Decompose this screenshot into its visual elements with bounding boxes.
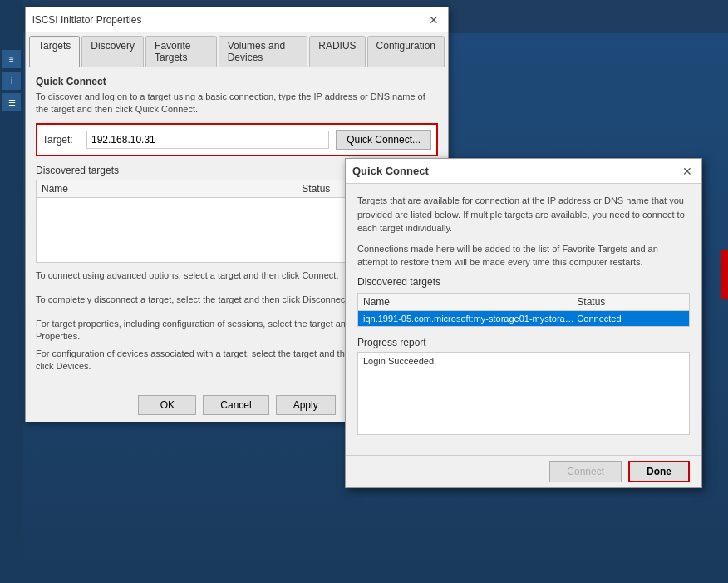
apply-button[interactable]: Apply <box>276 395 336 415</box>
tab-favorite-targets[interactable]: Favorite Targets <box>145 36 217 67</box>
qc-close-button[interactable]: ✕ <box>680 164 695 179</box>
qc-progress-label: Progress report <box>357 337 690 348</box>
instr3-text: For target properties, including configu… <box>36 318 371 343</box>
qc-table-row[interactable]: iqn.1991-05.com.microsoft:my-storage01-m… <box>358 311 689 326</box>
qc-title: Quick Connect <box>352 165 429 177</box>
iscsi-close-button[interactable]: ✕ <box>426 12 441 27</box>
qc-table: Name Status iqn.1991-05.com.microsoft:my… <box>357 293 690 327</box>
qc-desc1: Targets that are available for connectio… <box>357 194 690 235</box>
ok-button[interactable]: OK <box>138 395 196 415</box>
quick-connect-desc: To discover and log on to a target using… <box>36 91 438 116</box>
tab-configuration[interactable]: Configuration <box>367 36 445 67</box>
qc-col-name-header: Name <box>363 296 577 308</box>
qc-done-button[interactable]: Done <box>628 461 690 482</box>
target-input[interactable] <box>86 131 329 149</box>
qc-table-header: Name Status <box>358 294 689 311</box>
target-label: Target: <box>42 134 80 146</box>
red-accent-bar <box>721 250 728 299</box>
tabs-bar: Targets Discovery Favorite Targets Volum… <box>26 32 448 67</box>
quick-connect-dialog: Quick Connect ✕ Targets that are availab… <box>345 158 702 488</box>
quick-connect-heading: Quick Connect <box>36 76 438 87</box>
qc-body: Targets that are available for connectio… <box>346 184 701 455</box>
tab-discovery[interactable]: Discovery <box>81 36 144 67</box>
sidebar-icon-2[interactable]: i <box>2 72 21 90</box>
qc-connect-button[interactable]: Connect <box>549 461 622 482</box>
sidebar-icon-1[interactable]: ≡ <box>2 50 21 68</box>
sidebar-icon-3[interactable]: ☰ <box>2 93 21 111</box>
qc-progress-text: Login Succeeded. <box>363 356 436 366</box>
qc-target-status: Connected <box>577 314 684 324</box>
qc-discovered-label: Discovered targets <box>357 276 690 288</box>
qc-target-name: iqn.1991-05.com.microsoft:my-storage01-m… <box>363 314 577 324</box>
iscsi-titlebar: iSCSI Initiator Properties ✕ <box>26 7 448 32</box>
qc-col-status-header: Status <box>577 296 684 308</box>
tab-radius[interactable]: RADIUS <box>309 36 365 67</box>
qc-progress-box: Login Succeeded. <box>357 352 690 435</box>
instr4-text: For configuration of devices associated … <box>36 348 371 373</box>
sidebar: ≡ i ☰ <box>0 0 23 583</box>
tab-targets[interactable]: Targets <box>29 36 80 67</box>
iscsi-title: iSCSI Initiator Properties <box>32 14 141 26</box>
instr2-text: To completely disconnect a target, selec… <box>36 294 371 306</box>
target-row: Target: Quick Connect... <box>36 123 438 156</box>
quick-connect-button[interactable]: Quick Connect... <box>336 130 431 150</box>
tab-volumes-devices[interactable]: Volumes and Devices <box>219 36 308 67</box>
col-name-header: Name <box>42 183 302 195</box>
qc-titlebar: Quick Connect ✕ <box>346 159 701 184</box>
qc-bottom-buttons: Connect Done <box>346 455 701 487</box>
qc-desc2: Connections made here will be added to t… <box>357 242 690 269</box>
cancel-button[interactable]: Cancel <box>203 395 268 415</box>
instr1-text: To connect using advanced options, selec… <box>36 269 371 282</box>
